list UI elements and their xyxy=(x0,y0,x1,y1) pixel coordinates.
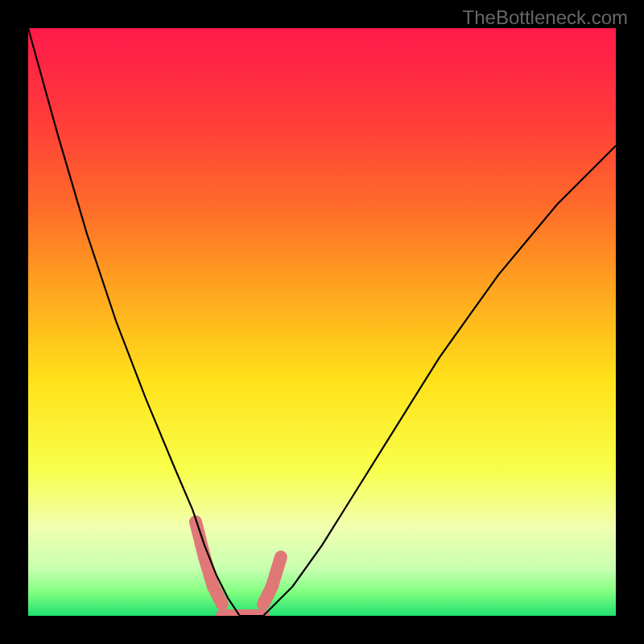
svg-line-2 xyxy=(213,587,222,605)
watermark-text: TheBottleneck.com xyxy=(463,6,628,29)
chart-area xyxy=(28,28,616,616)
svg-line-5 xyxy=(272,557,281,587)
bottleneck-chart xyxy=(28,28,616,616)
